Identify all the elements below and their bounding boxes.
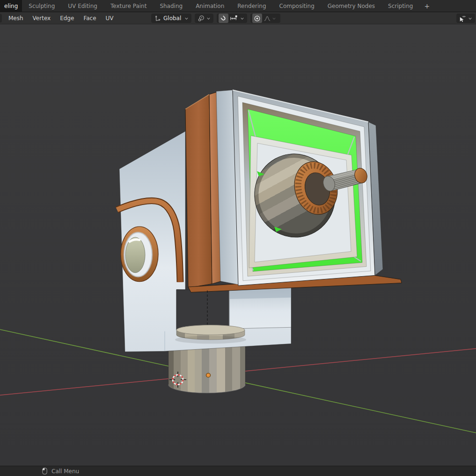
chevron-down-icon [272,16,276,21]
tab-animation[interactable]: Animation [189,0,231,12]
snap-toggle-button[interactable] [219,14,228,23]
3d-viewport[interactable] [0,24,476,466]
proportional-editing-toggle[interactable] [252,14,262,23]
menu-uv[interactable]: UV [101,15,118,22]
hinge-disc[interactable] [175,325,246,344]
header-widgets: Global [151,14,280,23]
object-visibility-icon [458,15,467,22]
transform-orientation-dropdown[interactable]: Global [151,14,191,23]
chevron-down-icon [468,16,472,21]
pivot-point-icon [198,15,205,22]
disc-shadow [175,336,246,344]
viewport-header: Mesh Vertex Edge Face UV Global [0,12,476,24]
tab-texture-paint[interactable]: Texture Paint [104,0,153,12]
menu-mesh[interactable]: Mesh [4,15,28,22]
tab-scripting[interactable]: Scripting [381,0,419,12]
snap-increment-icon [230,15,238,22]
yoke-gap [176,290,229,330]
tab-compositing[interactable]: Compositing [273,0,321,12]
chevron-down-icon [184,16,189,21]
proportional-editing-widget [250,14,280,23]
status-hint: Call Menu [51,468,79,475]
edit-mode-menus: Mesh Vertex Edge Face UV [4,15,118,22]
tab-geometry-nodes[interactable]: Geometry Nodes [321,0,381,12]
lens-dome [125,237,145,273]
chevron-down-icon [206,16,211,21]
blender-window: eling Sculpting UV Editing Texture Paint… [0,0,476,476]
chevron-down-icon [240,16,244,21]
copper-back-slab[interactable] [185,92,221,288]
snapping-widget [217,14,247,23]
menu-face[interactable]: Face [79,15,101,22]
tab-sculpting[interactable]: Sculpting [22,0,61,12]
add-workspace-button[interactable]: + [419,0,434,12]
tab-shading[interactable]: Shading [153,0,189,12]
falloff-curve-icon [264,15,271,22]
object-origin-dot[interactable] [206,373,211,377]
status-bar: Call Menu [0,466,476,476]
tab-rendering[interactable]: Rendering [231,0,272,12]
snap-to-button[interactable] [228,14,239,23]
side-lens[interactable] [121,227,158,282]
proportional-editing-icon [254,15,261,22]
tab-uv-editing[interactable]: UV Editing [61,0,104,12]
falloff-dropdown[interactable] [262,14,278,23]
pivot-point-dropdown[interactable] [195,14,213,23]
transform-orientation-icon [154,15,161,22]
menu-edge[interactable]: Edge [55,15,79,22]
pedestal-cylinder[interactable] [168,344,245,393]
object-visibility-dropdown[interactable] [456,14,475,23]
cropped-widget-fragment [0,14,2,22]
transform-orientation-value: Global [162,15,183,22]
tab-modeling[interactable]: eling [0,0,22,12]
menu-vertex[interactable]: Vertex [28,15,56,22]
magnet-icon [220,15,227,22]
workspace-tab-bar: eling Sculpting UV Editing Texture Paint… [0,0,476,12]
viewport-canvas[interactable] [0,24,476,466]
left-mouse-button-icon [42,468,47,475]
